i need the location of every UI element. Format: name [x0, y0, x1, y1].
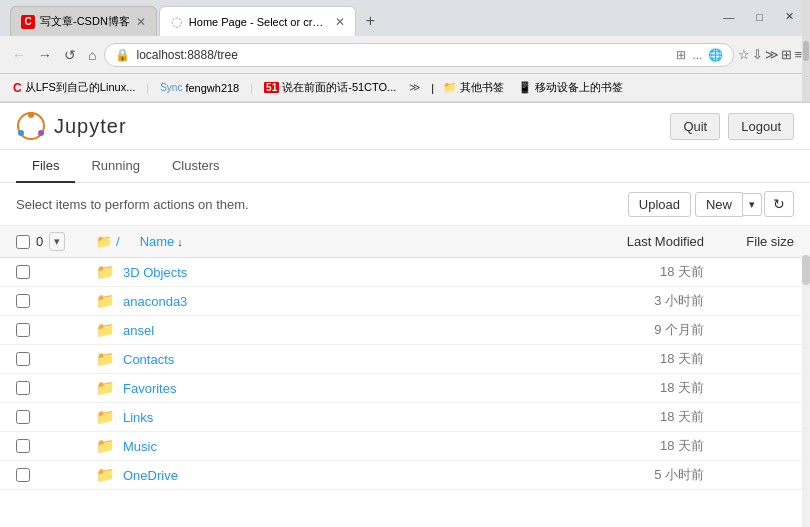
upload-button[interactable]: Upload: [628, 192, 691, 217]
svg-point-2: [38, 130, 44, 136]
file-label-2: ansel: [123, 323, 154, 338]
jupyter-logo: Jupyter: [16, 111, 127, 141]
logout-button[interactable]: Logout: [728, 113, 794, 140]
row-checkbox-1[interactable]: [16, 294, 30, 308]
tab1-favicon: C: [21, 15, 35, 29]
folder-icon-4: 📁: [96, 379, 115, 397]
file-name-0[interactable]: 📁 3D Objects: [96, 263, 544, 281]
csdn-icon: C: [13, 81, 22, 95]
address-bar: ← → ↺ ⌂ 🔒 localhost:8888/tree ⊞ ... 🌐 ☆ …: [0, 36, 810, 74]
scrollbar-thumb-top: [803, 41, 809, 61]
bookmark-icon[interactable]: ☆: [738, 47, 750, 62]
header-actions: Quit Logout: [670, 113, 794, 140]
browser-toolbar-icons: ☆ ⇩ ≫ ⊞ ≡: [738, 47, 802, 62]
extension-icon[interactable]: ⊞: [781, 47, 792, 62]
file-label-7: OneDrive: [123, 468, 178, 483]
bookmark-51cto-label: 说在前面的话-51CTO...: [282, 80, 396, 95]
select-all-checkbox[interactable]: [16, 235, 30, 249]
bookmark-mobile[interactable]: 📱 移动设备上的书签: [513, 78, 628, 97]
tab2-label: Home Page - Select or creat...: [189, 16, 329, 28]
bookmark-other-label: 其他书签: [460, 80, 504, 95]
new-button[interactable]: New: [695, 192, 743, 217]
file-modified-3: 18 天前: [544, 350, 704, 368]
menu-icon[interactable]: ≡: [794, 47, 802, 62]
header-check-count: 0: [36, 234, 43, 249]
row-check-2: [16, 323, 96, 337]
row-checkbox-6[interactable]: [16, 439, 30, 453]
close-button[interactable]: ✕: [777, 8, 802, 25]
tab-running[interactable]: Running: [75, 150, 155, 183]
bookmark-51cto[interactable]: 51 说在前面的话-51CTO...: [259, 78, 401, 97]
minimize-button[interactable]: —: [715, 9, 742, 25]
bookmark-csdn[interactable]: C 从LFS到自己的Linux...: [8, 78, 140, 97]
maximize-button[interactable]: □: [748, 9, 771, 25]
header-modified-col[interactable]: Last Modified: [544, 234, 704, 249]
file-modified-7: 5 小时前: [544, 466, 704, 484]
file-name-5[interactable]: 📁 Links: [96, 408, 544, 426]
forward-button[interactable]: →: [34, 45, 56, 65]
page-scrollbar[interactable]: [802, 255, 810, 527]
file-name-4[interactable]: 📁 Favorites: [96, 379, 544, 397]
file-label-1: anaconda3: [123, 294, 187, 309]
qr-icon[interactable]: ⊞: [676, 48, 686, 62]
tab-clusters[interactable]: Clusters: [156, 150, 236, 183]
back-button[interactable]: ←: [8, 45, 30, 65]
svg-point-3: [18, 130, 24, 136]
browser-tab-1[interactable]: C 写文章-CSDN博客 ✕: [10, 6, 157, 36]
row-checkbox-5[interactable]: [16, 410, 30, 424]
row-check-6: [16, 439, 96, 453]
table-row: 📁 OneDrive 5 小时前: [0, 461, 810, 490]
sync-icon: Sync: [160, 82, 182, 93]
folder-icon-7: 📁: [96, 466, 115, 484]
path-root[interactable]: /: [116, 234, 120, 249]
new-tab-button[interactable]: +: [356, 6, 385, 36]
refresh-files-button[interactable]: ↻: [764, 191, 794, 217]
name-sort-icon: ↓: [177, 236, 183, 248]
download-icon[interactable]: ⇩: [752, 47, 763, 62]
row-checkbox-4[interactable]: [16, 381, 30, 395]
row-check-0: [16, 265, 96, 279]
file-name-6[interactable]: 📁 Music: [96, 437, 544, 455]
tab1-label: 写文章-CSDN博客: [40, 14, 130, 29]
url-box[interactable]: 🔒 localhost:8888/tree ⊞ ... 🌐: [104, 43, 734, 67]
file-name-1[interactable]: 📁 anaconda3: [96, 292, 544, 310]
quit-button[interactable]: Quit: [670, 113, 720, 140]
folder-icon-5: 📁: [96, 408, 115, 426]
browser-tab-2[interactable]: ◌ Home Page - Select or creat... ✕: [159, 6, 356, 36]
bookmark-other[interactable]: 📁 其他书签: [438, 78, 509, 97]
more-tools-icon[interactable]: ≫: [765, 47, 779, 62]
tab-files[interactable]: Files: [16, 150, 75, 183]
header-size-col[interactable]: File size: [704, 234, 794, 249]
jupyter-header: Jupyter Quit Logout: [0, 103, 810, 150]
row-checkbox-3[interactable]: [16, 352, 30, 366]
table-row: 📁 ansel 9 个月前: [0, 316, 810, 345]
jupyter-logo-icon: [16, 111, 46, 141]
breadcrumb-path: 📁 /: [96, 234, 120, 249]
tab1-close[interactable]: ✕: [136, 15, 146, 29]
row-checkbox-2[interactable]: [16, 323, 30, 337]
jupyter-page: Jupyter Quit Logout Files Running Cluste…: [0, 103, 810, 527]
row-checkbox-7[interactable]: [16, 468, 30, 482]
header-name-col: Name ↓: [140, 234, 544, 249]
tab2-close[interactable]: ✕: [335, 15, 345, 29]
table-row: 📁 Links 18 天前: [0, 403, 810, 432]
folder-icon-1: 📁: [96, 292, 115, 310]
page-scrollbar-thumb: [802, 255, 810, 285]
file-modified-1: 3 小时前: [544, 292, 704, 310]
file-list: 📁 3D Objects 18 天前 📁 anaconda3 3 小时前 📁 a…: [0, 258, 810, 527]
row-checkbox-0[interactable]: [16, 265, 30, 279]
svg-point-1: [28, 112, 34, 118]
check-dropdown[interactable]: ▾: [49, 232, 65, 251]
file-name-7[interactable]: 📁 OneDrive: [96, 466, 544, 484]
bookmarks-more[interactable]: ≫: [405, 79, 425, 96]
bookmark-sync[interactable]: Sync fengwh218: [155, 80, 244, 96]
more-icon[interactable]: ...: [692, 48, 702, 62]
jupyter-logo-text: Jupyter: [54, 115, 127, 138]
home-button[interactable]: ⌂: [84, 45, 100, 65]
new-dropdown-button[interactable]: ▾: [743, 193, 762, 216]
file-name-2[interactable]: 📁 ansel: [96, 321, 544, 339]
file-name-3[interactable]: 📁 Contacts: [96, 350, 544, 368]
name-col-label[interactable]: Name: [140, 234, 175, 249]
refresh-button[interactable]: ↺: [60, 45, 80, 65]
size-col-label: File size: [746, 234, 794, 249]
